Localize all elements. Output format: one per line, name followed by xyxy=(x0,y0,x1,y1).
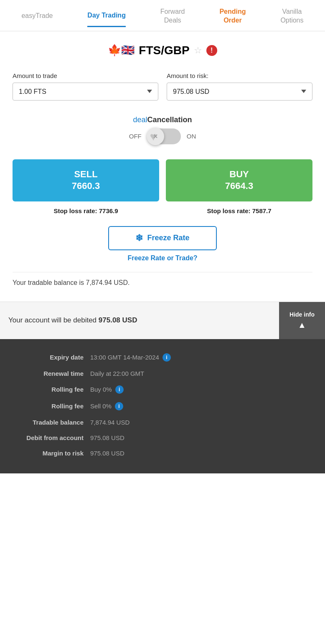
margin-to-risk-label: Margin to risk xyxy=(13,450,84,457)
buy-price: 7664.3 xyxy=(170,180,308,192)
info-row-expiry: Expiry date 13:00 GMT 14-Mar-2024 i xyxy=(13,349,312,366)
instrument-name: FTS/GBP xyxy=(139,44,189,57)
buy-button[interactable]: BUY 7664.3 xyxy=(166,159,312,201)
debit-from-account-value: 975.08 USD xyxy=(90,434,312,441)
renewal-time-label: Renewal time xyxy=(13,370,84,377)
nav-item-daytrading[interactable]: Day Trading xyxy=(87,11,126,27)
buy-stop-loss: Stop loss rate: 7587.7 xyxy=(166,207,312,214)
chevron-up-icon: ▲ xyxy=(298,320,306,330)
deal-label: deal xyxy=(133,116,147,124)
main-content: 🍁🇬🇧 FTS/GBP ☆ ! Amount to trade 1.00 FTS… xyxy=(0,31,325,302)
deal-cancellation-toggle[interactable]: ✕ ♥ xyxy=(147,128,181,144)
amount-to-risk-group: Amount to risk: 975.08 USD xyxy=(167,72,312,101)
info-row-renewal: Renewal time Daily at 22:00 GMT xyxy=(13,366,312,381)
rolling-fee-sell-label: Rolling fee xyxy=(13,402,84,410)
debit-amount: 975.08 USD xyxy=(99,316,137,324)
freeze-icon: ❄ xyxy=(135,233,143,244)
favorite-star-icon[interactable]: ☆ xyxy=(194,45,202,56)
alert-icon[interactable]: ! xyxy=(206,45,217,56)
rolling-fee-sell-value: Sell 0% i xyxy=(90,402,312,410)
amount-row: Amount to trade 1.00 FTS Amount to risk:… xyxy=(13,72,312,101)
deal-cancellation-title: dealCancellation xyxy=(13,116,312,124)
cancellation-label: Cancellation xyxy=(147,116,192,124)
trade-buttons: SELL 7660.3 BUY 7664.3 xyxy=(13,159,312,201)
rolling-fee-buy-value: Buy 0% i xyxy=(90,385,312,394)
nav-item-easytrade[interactable]: easyTrade xyxy=(21,12,53,26)
amount-to-trade-label: Amount to trade xyxy=(13,72,158,79)
debit-text: Your account will be debited 975.08 USD xyxy=(0,307,279,334)
renewal-time-value: Daily at 22:00 GMT xyxy=(90,370,312,377)
nav-item-forwarddeals[interactable]: ForwardDeals xyxy=(160,8,185,31)
sell-stop-loss: Stop loss rate: 7736.9 xyxy=(13,207,159,214)
buy-label: BUY xyxy=(170,169,308,181)
info-panel: Expiry date 13:00 GMT 14-Mar-2024 i Rene… xyxy=(0,339,325,473)
hide-info-button[interactable]: Hide info ▲ xyxy=(279,302,325,339)
debit-section: Your account will be debited 975.08 USD … xyxy=(0,302,325,339)
toggle-on-label: ON xyxy=(187,133,196,140)
debit-prefix: Your account will be debited xyxy=(8,316,96,324)
freeze-rate-label: Freeze Rate xyxy=(147,234,189,242)
amount-to-trade-group: Amount to trade 1.00 FTS xyxy=(13,72,158,101)
rolling-sell-info-icon[interactable]: i xyxy=(115,402,123,410)
expiry-date-value: 13:00 GMT 14-Mar-2024 i xyxy=(90,353,312,362)
top-navigation: easyTrade Day Trading ForwardDeals Pendi… xyxy=(0,0,325,31)
tradable-balance-text: Your tradable balance is 7,874.94 USD. xyxy=(13,272,312,293)
sell-label: SELL xyxy=(17,169,155,181)
info-row-rolling-sell: Rolling fee Sell 0% i xyxy=(13,398,312,415)
instrument-header: 🍁🇬🇧 FTS/GBP ☆ ! xyxy=(13,44,312,57)
expiry-date-label: Expiry date xyxy=(13,354,84,361)
rolling-fee-buy-label: Rolling fee xyxy=(13,386,84,393)
tradable-balance-value: 7,874.94 USD xyxy=(90,419,312,426)
info-row-tradable-balance: Tradable balance 7,874.94 USD xyxy=(13,415,312,430)
instrument-flags: 🍁🇬🇧 xyxy=(108,44,135,57)
debit-from-account-label: Debit from account xyxy=(13,434,84,441)
info-row-rolling-buy: Rolling fee Buy 0% i xyxy=(13,381,312,398)
freeze-rate-link[interactable]: Freeze Rate or Trade? xyxy=(13,254,312,262)
amount-to-risk-select[interactable]: 975.08 USD xyxy=(167,83,312,101)
margin-to-risk-value: 975.08 USD xyxy=(90,450,312,457)
sell-stop-loss-text: Stop loss rate: 7736.9 xyxy=(53,207,118,214)
toggle-row: OFF ✕ ♥ ON xyxy=(13,128,312,144)
sell-price: 7660.3 xyxy=(17,180,155,192)
tradable-balance-label: Tradable balance xyxy=(13,419,84,426)
info-row-debit-from-account: Debit from account 975.08 USD xyxy=(13,430,312,445)
amount-to-trade-select[interactable]: 1.00 FTS xyxy=(13,83,158,101)
deal-cancellation-section: dealCancellation OFF ✕ ♥ ON xyxy=(13,116,312,144)
sell-button[interactable]: SELL 7660.3 xyxy=(13,159,159,201)
info-row-margin-to-risk: Margin to risk 975.08 USD xyxy=(13,445,312,461)
freeze-rate-button[interactable]: ❄ Freeze Rate xyxy=(108,226,217,250)
rolling-buy-info-icon[interactable]: i xyxy=(115,385,124,394)
toggle-off-label: OFF xyxy=(129,133,142,140)
amount-to-risk-label: Amount to risk: xyxy=(167,72,312,79)
hide-info-label: Hide info xyxy=(289,311,315,318)
expiry-info-icon[interactable]: i xyxy=(162,353,171,362)
nav-item-vanillaoptions[interactable]: VanillaOptions xyxy=(280,8,303,31)
heart-icon: ♥ xyxy=(150,130,157,143)
stop-loss-row: Stop loss rate: 7736.9 Stop loss rate: 7… xyxy=(13,207,312,214)
buy-stop-loss-text: Stop loss rate: 7587.7 xyxy=(207,207,271,214)
nav-item-pendingorder[interactable]: PendingOrder xyxy=(219,8,246,31)
